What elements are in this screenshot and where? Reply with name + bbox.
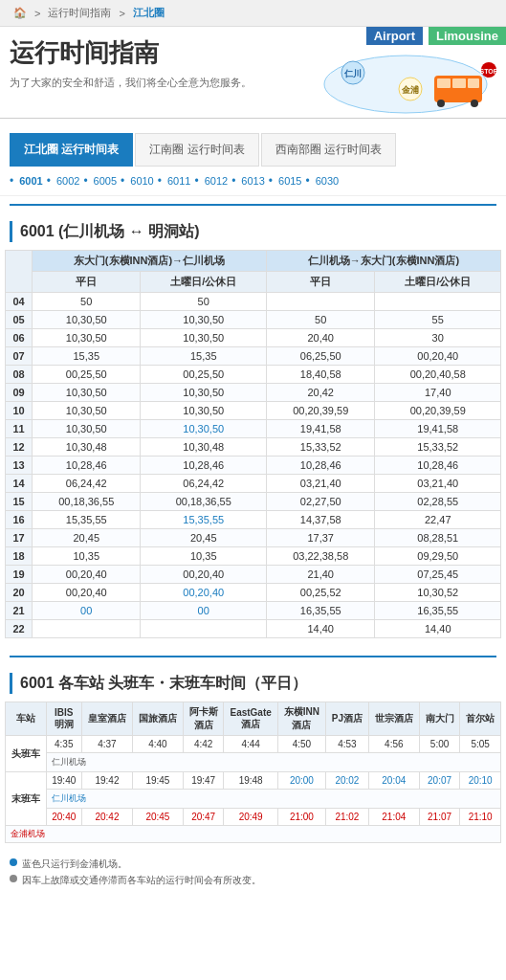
- we-depart: 06,24,42: [141, 475, 267, 493]
- schedule-table: 东大门(东横INN酒店)→仁川机场 仁川机场→东大门(东横INN酒店) 平日 土…: [5, 250, 501, 638]
- svg-text:仁川: 仁川: [343, 69, 362, 78]
- we-depart: 10,30,48: [141, 438, 267, 457]
- namdaemun-header: 南大门: [419, 702, 460, 736]
- hour-cell: 06: [6, 329, 33, 347]
- hour-cell: 14: [6, 475, 33, 493]
- arkas-header: 阿卡斯酒店: [183, 702, 224, 736]
- we-arrive: 10,28,46: [375, 457, 501, 475]
- hour-cell: 13: [6, 457, 33, 475]
- wd-arrive: 21,40: [266, 566, 374, 584]
- note-1-dot: [10, 858, 17, 866]
- route-6011[interactable]: 6011: [167, 175, 190, 187]
- we-depart: [141, 620, 267, 638]
- we-arrive: 07,25,45: [375, 566, 501, 584]
- wd-depart: 10,30,50: [33, 420, 141, 438]
- route-6030[interactable]: 6030: [316, 175, 339, 187]
- note-2-dot: [10, 875, 17, 882]
- route-6015[interactable]: 6015: [278, 175, 301, 187]
- we-depart: 00,18,36,55: [141, 493, 267, 511]
- wd-depart: 00,20,40: [33, 584, 141, 602]
- hour-cell: 19: [6, 566, 33, 584]
- wd-depart: [33, 620, 141, 638]
- wd-depart: 00,20,40: [33, 566, 141, 584]
- weekday-header-2: 平日: [266, 272, 374, 293]
- wd-arrive: 06,25,50: [266, 347, 374, 366]
- wd-arrive: 19,41,58: [266, 420, 374, 438]
- breadcrumb-current: 江北圈: [133, 6, 165, 20]
- breadcrumb-separator2: >: [119, 8, 124, 19]
- station-last-incheon-toyoko: 20:00: [277, 772, 325, 790]
- tab-seobuk[interactable]: 西南部圈 运行时间表: [261, 133, 396, 167]
- hour-cell: 07: [6, 347, 33, 366]
- route-6012[interactable]: 6012: [205, 175, 228, 187]
- we-depart: 00,25,50: [141, 366, 267, 384]
- station-last-incheon-royal: 19:42: [81, 772, 132, 790]
- royal-header: 皇室酒店: [81, 702, 132, 736]
- we-arrive: 09,29,50: [375, 547, 501, 566]
- route-6005[interactable]: 6005: [94, 175, 117, 187]
- station-first-royal: 4:37: [81, 736, 132, 753]
- ibis-header: IBIS明洞: [46, 702, 81, 736]
- station-title-bar: 6001 各车站 头班车・末班车时间（平日）: [0, 665, 506, 702]
- we-depart: 15,35: [141, 347, 267, 366]
- wd-depart: 50: [33, 293, 141, 311]
- svg-text:金浦: 金浦: [401, 85, 419, 95]
- route-6013[interactable]: 6013: [241, 175, 264, 187]
- wd-depart: 00,18,36,55: [33, 493, 141, 511]
- hour-cell: 16: [6, 511, 33, 529]
- station-last-gimpo-pj: 21:02: [325, 809, 368, 826]
- tab-jangnam[interactable]: 江南圈 运行时间表: [135, 133, 258, 167]
- station-first-toyoko: 4:50: [277, 736, 325, 753]
- incheon-airport-row: 仁川机场: [46, 753, 500, 772]
- wd-depart: 20,45: [33, 529, 141, 547]
- svg-rect-6: [437, 78, 451, 88]
- breadcrumb-separator: >: [34, 8, 40, 19]
- station-last-gimpo-toyoko: 21:00: [277, 809, 325, 826]
- gimpo-label-row: 金浦机场: [6, 826, 501, 843]
- station-last-gimpo-intl: 20:45: [132, 809, 183, 826]
- wd-arrive: 00,20,39,59: [266, 402, 374, 420]
- station-last-incheon-arkas: 19:47: [183, 772, 224, 790]
- station-last-incheon-eastgate: 19:48: [224, 772, 277, 790]
- notes-section: 蓝色只运行到金浦机场。 因车上故障或交通停滞而各车站的运行时间会有所改变。: [0, 853, 506, 895]
- hour-cell: 12: [6, 438, 33, 457]
- hour-cell: 17: [6, 529, 33, 547]
- wd-arrive: 15,33,52: [266, 438, 374, 457]
- breadcrumb-parent[interactable]: 运行时间指南: [48, 6, 111, 20]
- we-depart: 10,30,50: [141, 384, 267, 402]
- station-last-incheon-seoul: 20:10: [460, 772, 501, 790]
- station-first-sejong: 4:56: [368, 736, 419, 753]
- we-depart: 00,20,40: [141, 584, 267, 602]
- incheon-airport-last-row: 仁川机场: [46, 790, 500, 809]
- home-icon[interactable]: 🏠: [13, 7, 27, 19]
- wd-depart: 15,35,55: [33, 511, 141, 529]
- station-title: 6001 各车站 头班车・末班车时间（平日）: [20, 674, 307, 694]
- note-2-text: 因车上故障或交通停滞而各车站的运行时间会有所改变。: [22, 874, 261, 887]
- station-last-gimpo-namdaemun: 21:07: [419, 809, 460, 826]
- station-first-eastgate: 4:44: [224, 736, 277, 753]
- last-bus-label: 末班车: [6, 772, 47, 826]
- schedule-title: 6001 (仁川机场 ↔ 明洞站): [20, 222, 200, 242]
- svg-rect-8: [468, 78, 479, 88]
- banner: 运行时间指南 为了大家的安全和舒适，我们将全心全意为您服务。 Airport L…: [0, 27, 506, 113]
- route-6002[interactable]: 6002: [56, 175, 79, 187]
- we-arrive: [375, 293, 501, 311]
- station-first-pj: 4:53: [325, 736, 368, 753]
- station-first-ibis: 4:35: [46, 736, 81, 753]
- route-6010[interactable]: 6010: [130, 175, 153, 187]
- note-2: 因车上故障或交通停滞而各车站的运行时间会有所改变。: [10, 874, 496, 887]
- wd-arrive: 14,40: [266, 620, 374, 638]
- we-arrive: 08,28,51: [375, 529, 501, 547]
- direction1-header: 东大门(东横INN酒店)→仁川机场: [33, 251, 267, 272]
- station-last-gimpo-royal: 20:42: [81, 809, 132, 826]
- we-arrive: 15,33,52: [375, 438, 501, 457]
- seoul-header: 首尔站: [460, 702, 501, 736]
- we-depart: 10,35: [141, 547, 267, 566]
- tabs: 江北圈 运行时间表 江南圈 运行时间表 西南部圈 运行时间表: [10, 133, 496, 167]
- hour-cell: 22: [6, 620, 33, 638]
- route-6001[interactable]: 6001: [19, 175, 42, 187]
- we-arrive: 22,47: [375, 511, 501, 529]
- tab-jangbuk[interactable]: 江北圈 运行时间表: [10, 133, 133, 167]
- we-arrive: 03,21,40: [375, 475, 501, 493]
- station-col-header: 车站: [6, 702, 47, 736]
